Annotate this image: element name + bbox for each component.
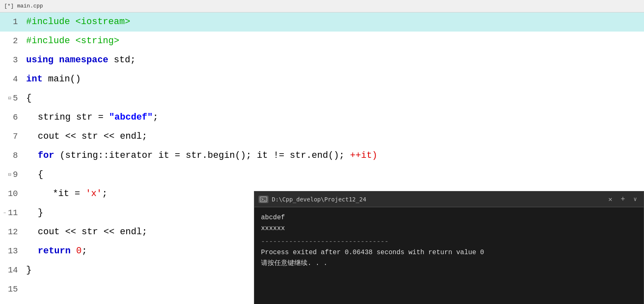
- line-number-10: 10: [0, 184, 23, 203]
- line-number-text-15: 15: [8, 280, 18, 299]
- code-line-7: 7cout << str << endl;: [0, 127, 644, 146]
- line-number-2: 2: [0, 32, 23, 51]
- line-number-1: 1: [0, 12, 23, 32]
- token: std;: [108, 55, 136, 65]
- editor-area: 1#include <iostream>2#include <string>3u…: [0, 12, 644, 304]
- line-number-text-1: 1: [13, 12, 18, 32]
- terminal-output-line-1: abcdef: [261, 212, 637, 223]
- code-content-3: using namespace std;: [23, 51, 136, 70]
- token: int: [26, 74, 43, 84]
- terminal-output-line-2: xxxxxx: [261, 223, 637, 234]
- line-number-text-5: 5: [13, 89, 18, 108]
- terminal-window: D:\Cpp_develop\Project12_24 ✕ + ∨ abcdef…: [254, 191, 644, 304]
- code-content-2: #include <string>: [23, 32, 119, 51]
- line-number-text-9: 9: [13, 165, 18, 184]
- token: {: [26, 93, 32, 103]
- code-content-1: #include <iostream>: [23, 12, 130, 32]
- token: }: [38, 208, 43, 218]
- token: }: [26, 265, 32, 275]
- line-number-11: –11: [0, 203, 23, 223]
- token: for: [38, 150, 54, 161]
- line-number-text-11: 11: [8, 203, 18, 223]
- line-number-5: ⊟5: [0, 89, 23, 108]
- code-line-4: 4int main(): [0, 70, 644, 89]
- line-number-text-6: 6: [13, 108, 18, 127]
- code-line-5: ⊟5{: [0, 89, 644, 108]
- terminal-process-line: Process exited after 0.06438 seconds wit…: [261, 247, 637, 258]
- code-content-11: }: [23, 203, 43, 223]
- code-line-8: 8for (string::iterator it = str.begin();…: [0, 146, 644, 165]
- code-line-1: 1#include <iostream>: [0, 12, 644, 32]
- token: ;: [102, 189, 107, 199]
- token: [54, 55, 59, 65]
- code-content-8: for (string::iterator it = str.begin(); …: [23, 146, 378, 165]
- line-number-14: 14: [0, 261, 23, 280]
- code-content-9: {: [23, 165, 43, 184]
- token: return: [38, 246, 76, 256]
- token: "abcdef": [109, 112, 153, 123]
- line-number-8: 8: [0, 146, 23, 165]
- line-number-text-14: 14: [8, 261, 18, 280]
- token: 0: [76, 246, 81, 256]
- line-number-text-3: 3: [13, 51, 18, 70]
- fold-icon-9[interactable]: ⊟: [8, 165, 11, 184]
- code-line-9: ⊟9{: [0, 165, 644, 184]
- token: using: [26, 55, 54, 65]
- token: namespace: [59, 55, 108, 65]
- terminal-title: D:\Cpp_develop\Project12_24: [272, 196, 603, 203]
- fold-icon-11[interactable]: –: [3, 203, 6, 223]
- line-number-text-10: 10: [8, 184, 18, 203]
- title-bar: [*] main.cpp: [0, 0, 644, 12]
- code-content-12: cout << str << endl;: [23, 223, 147, 242]
- terminal-plus-button[interactable]: +: [618, 194, 628, 204]
- terminal-titlebar: D:\Cpp_develop\Project12_24 ✕ + ∨: [254, 191, 644, 207]
- token: cout << str << endl;: [38, 131, 147, 142]
- terminal-body: abcdef xxxxxx --------------------------…: [254, 207, 644, 304]
- terminal-chevron-button[interactable]: ∨: [631, 195, 639, 203]
- token: cout << str << endl;: [38, 227, 147, 237]
- terminal-close-button[interactable]: ✕: [606, 194, 615, 204]
- token: #include <iostream>: [26, 17, 130, 27]
- terminal-separator: --------------------------------: [261, 236, 637, 247]
- terminal-icon: [259, 196, 268, 203]
- line-number-15: 15: [0, 280, 23, 299]
- token: main(): [43, 74, 81, 84]
- line-number-text-7: 7: [13, 127, 18, 146]
- line-number-6: 6: [0, 108, 23, 127]
- fold-icon-5[interactable]: ⊟: [8, 89, 11, 108]
- code-line-2: 2#include <string>: [0, 32, 644, 51]
- line-number-12: 12: [0, 223, 23, 242]
- terminal-continue-line: 请按任意键继续. . .: [261, 258, 637, 269]
- token: string str =: [38, 112, 109, 123]
- line-number-text-4: 4: [13, 70, 18, 89]
- token: 'x': [85, 189, 102, 199]
- token: #include <string>: [26, 36, 119, 46]
- line-number-text-13: 13: [8, 242, 18, 261]
- line-number-text-12: 12: [8, 223, 18, 242]
- token: ++it): [350, 150, 378, 161]
- line-number-7: 7: [0, 127, 23, 146]
- line-number-text-2: 2: [13, 32, 18, 51]
- code-content-4: int main(): [23, 70, 81, 89]
- code-content-5: {: [23, 89, 32, 108]
- code-line-6: 6string str = "abcdef";: [0, 108, 644, 127]
- line-number-text-8: 8: [13, 146, 18, 165]
- code-content-6: string str = "abcdef";: [23, 108, 158, 127]
- line-number-4: 4: [0, 70, 23, 89]
- code-line-3: 3using namespace std;: [0, 51, 644, 70]
- code-content-10: *it = 'x';: [23, 184, 107, 203]
- token: *it =: [53, 189, 85, 199]
- line-number-13: 13: [0, 242, 23, 261]
- token: ;: [153, 112, 158, 123]
- line-number-3: 3: [0, 51, 23, 70]
- code-content-7: cout << str << endl;: [23, 127, 147, 146]
- code-content-13: return 0;: [23, 242, 87, 261]
- line-number-9: ⊟9: [0, 165, 23, 184]
- title-label: [*] main.cpp: [4, 3, 43, 9]
- code-content-14: }: [23, 261, 32, 280]
- token: ;: [82, 246, 87, 256]
- token: {: [38, 169, 43, 180]
- token: (string::iterator it = str.begin(); it !…: [54, 150, 350, 161]
